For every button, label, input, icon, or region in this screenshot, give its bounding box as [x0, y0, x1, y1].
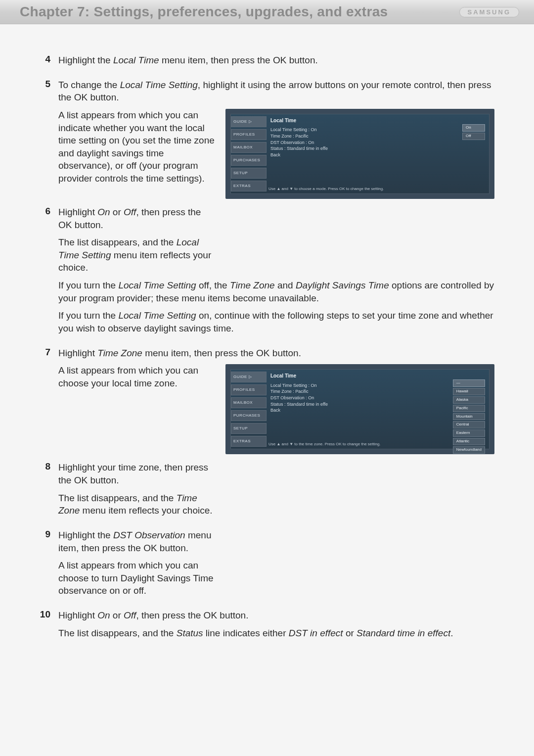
- osd-option: Alaska: [453, 396, 485, 404]
- paragraph: Highlight your time zone, then press the…: [58, 461, 217, 486]
- page-number: 86: [0, 671, 534, 756]
- osd-option: Pacific: [453, 405, 485, 412]
- osd-option: Central: [453, 421, 485, 428]
- osd-option: On: [462, 124, 485, 132]
- step-body: Highlight On or Off, then press the OK b…: [58, 609, 494, 644]
- step-body: Highlight Time Zone menu item, then pres…: [58, 347, 494, 455]
- osd-hint: Use ▲ and ▼ to the time zone. Press OK t…: [268, 442, 381, 447]
- osd-line: Back: [270, 152, 485, 158]
- osd-line: Status : Standard time in effe: [270, 145, 485, 152]
- osd-option: Off: [462, 133, 485, 140]
- step: 8Highlight your time zone, then press th…: [40, 461, 494, 522]
- osd-option: —: [453, 379, 485, 387]
- osd-line: DST Observation : On: [270, 140, 485, 146]
- steps-list: 4Highlight the Local Time menu item, the…: [40, 54, 494, 644]
- step-body: Highlight On or Off, then press the OK b…: [58, 206, 494, 340]
- osd-hint: Use ▲ and ▼ to choose a mode. Press OK t…: [268, 187, 384, 191]
- step: 7Highlight Time Zone menu item, then pre…: [40, 347, 494, 455]
- osd-tab: PROFILES: [231, 384, 267, 395]
- osd-tab: PURCHASES: [231, 410, 267, 421]
- step: 6Highlight On or Off, then press the OK …: [40, 206, 494, 340]
- step-number: 6: [40, 206, 58, 217]
- page-body: 4Highlight the Local Time menu item, the…: [0, 24, 534, 671]
- osd-tab: SETUP: [231, 423, 267, 434]
- osd-option: Eastern: [453, 429, 485, 437]
- osd-option: Newfoundland: [453, 446, 485, 454]
- osd-title: Local Time: [270, 117, 485, 124]
- step-body: Highlight the DST Observation menu item,…: [58, 529, 494, 602]
- screenshot-figure: GUIDE ▷PROFILESMAILBOXPURCHASESSETUPEXTR…: [225, 364, 494, 454]
- osd-option: Mountain: [453, 413, 485, 421]
- paragraph: Highlight the Local Time menu item, then…: [58, 54, 494, 67]
- osd-option: Atlantic: [453, 438, 485, 445]
- step-number: 10: [40, 609, 58, 620]
- paragraph: To change the Local Time Setting, highli…: [58, 79, 494, 104]
- osd-tab: MAILBOX: [231, 397, 267, 408]
- step-number: 9: [40, 529, 58, 540]
- paragraph: If you turn the Local Time Setting on, c…: [58, 309, 494, 334]
- screenshot-figure: GUIDE ▷PROFILESMAILBOXPURCHASESSETUPEXTR…: [225, 109, 494, 199]
- chapter-title: Chapter 7: Settings, preferences, upgrad…: [20, 4, 388, 20]
- paragraph: Highlight Time Zone menu item, then pres…: [58, 347, 494, 360]
- paragraph: The list disappears, and the Status line…: [58, 627, 494, 640]
- paragraph: Highlight the DST Observation menu item,…: [58, 529, 217, 554]
- osd-tab: MAILBOX: [231, 142, 267, 153]
- paragraph: The list disappears, and the Local Time …: [58, 236, 217, 274]
- osd-line: Local Time Setting : On: [270, 127, 485, 133]
- osd-tab: GUIDE ▷: [231, 372, 267, 382]
- paragraph: A list appears from which you can choose…: [58, 559, 217, 597]
- osd-tab: EXTRAS: [231, 181, 267, 191]
- osd-option: Hawaii: [453, 388, 485, 395]
- paragraph: The list disappears, and the Time Zone m…: [58, 492, 217, 517]
- step: 10Highlight On or Off, then press the OK…: [40, 609, 494, 644]
- paragraph: Highlight On or Off, then press the OK b…: [58, 609, 494, 622]
- step-body: Highlight the Local Time menu item, then…: [58, 54, 494, 72]
- paragraph: A list appears from which you can indica…: [58, 109, 217, 185]
- step-body: Highlight your time zone, then press the…: [58, 461, 494, 522]
- osd-tab: SETUP: [231, 168, 267, 179]
- paragraph: A list appears from which you can choose…: [58, 364, 217, 389]
- osd-tab: PROFILES: [231, 129, 267, 140]
- step: 4Highlight the Local Time menu item, the…: [40, 54, 494, 72]
- osd-line: Time Zone : Pacific: [270, 133, 485, 140]
- step-number: 7: [40, 347, 58, 358]
- step-number: 8: [40, 461, 58, 472]
- paragraph: If you turn the Local Time Setting off, …: [58, 279, 494, 304]
- brand-badge: SAMSUNG: [459, 7, 519, 17]
- step-number: 5: [40, 79, 58, 90]
- step: 5To change the Local Time Setting, highl…: [40, 79, 494, 199]
- osd-tab: EXTRAS: [231, 436, 267, 447]
- step: 9Highlight the DST Observation menu item…: [40, 529, 494, 602]
- osd-tab: GUIDE ▷: [231, 116, 267, 127]
- paragraph: Highlight On or Off, then press the OK b…: [58, 206, 217, 231]
- step-body: To change the Local Time Setting, highli…: [58, 79, 494, 199]
- step-number: 4: [40, 54, 58, 65]
- osd-tab: PURCHASES: [231, 155, 267, 166]
- page-header: Chapter 7: Settings, preferences, upgrad…: [0, 0, 534, 24]
- osd-title: Local Time: [270, 373, 485, 379]
